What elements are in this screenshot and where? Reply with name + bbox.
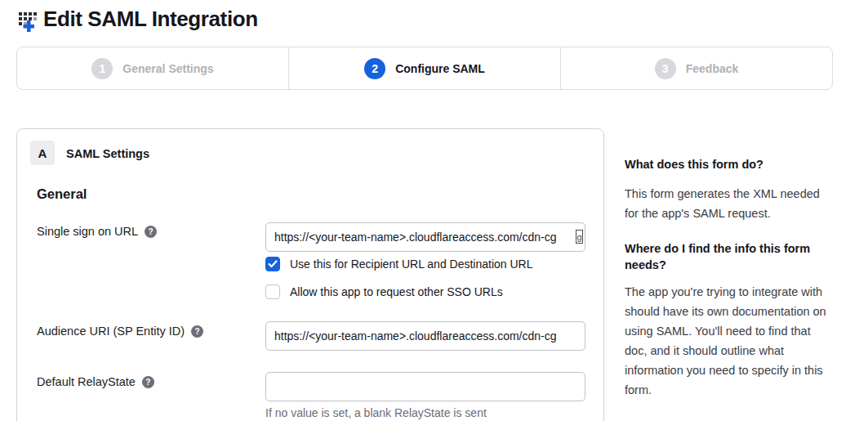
sso-url-field-label: Single sign on URL ? — [37, 225, 157, 238]
section-a-badge: A — [30, 141, 55, 165]
help-icon[interactable]: ? — [142, 376, 154, 388]
relay-state-helper-text: If no value is set, a blank RelayState i… — [265, 406, 487, 419]
step-label: Configure SAML — [395, 62, 485, 75]
other-sso-checkbox-row: Allow this app to request other SSO URLs — [265, 284, 503, 299]
sso-url-input[interactable] — [265, 222, 585, 252]
step-label: General Settings — [122, 62, 213, 75]
step-tab-general-settings[interactable]: 1 General Settings — [17, 47, 288, 89]
help-sidebar: What does this form do? This form genera… — [625, 156, 830, 400]
relay-state-field-label: Default RelayState ? — [37, 375, 154, 388]
sidebar-question-1: What does this form do? — [625, 156, 830, 172]
edit-saml-integration-page: Edit SAML Integration 1 General Settings… — [0, 0, 868, 421]
audience-uri-label-text: Audience URI (SP Entity ID) — [37, 325, 185, 338]
relay-state-input[interactable] — [265, 372, 585, 401]
audience-uri-field-label: Audience URI (SP Entity ID) ? — [37, 325, 203, 338]
recipient-url-checkbox-row: Use this for Recipient URL and Destinati… — [265, 257, 533, 271]
step-tab-configure-saml[interactable]: 2 Configure SAML — [288, 47, 560, 89]
step-label: Feedback — [686, 62, 739, 75]
relay-state-label-text: Default RelayState — [37, 375, 136, 388]
apps-grid-plus-icon — [18, 10, 40, 32]
panel-title: SAML Settings — [66, 147, 149, 160]
step-number-badge: 3 — [655, 58, 676, 79]
recipient-url-checkbox-label: Use this for Recipient URL and Destinati… — [290, 258, 533, 271]
help-icon[interactable]: ? — [145, 226, 157, 238]
sidebar-answer-2: The app you're trying to integrate with … — [625, 282, 830, 400]
page-header: Edit SAML Integration — [18, 7, 258, 32]
step-tab-feedback[interactable]: 3 Feedback — [560, 47, 832, 89]
general-section-heading: General — [37, 186, 87, 202]
help-icon[interactable]: ? — [191, 325, 203, 338]
step-number-badge: 1 — [91, 58, 113, 79]
other-sso-checkbox[interactable] — [265, 284, 280, 299]
text-cursor: g — [576, 230, 583, 244]
step-number-badge: 2 — [364, 58, 385, 79]
other-sso-checkbox-label: Allow this app to request other SSO URLs — [290, 285, 503, 298]
audience-uri-input[interactable] — [265, 321, 585, 351]
checkmark-icon — [268, 260, 278, 268]
sidebar-question-2: Where do I find the info this form needs… — [625, 240, 830, 273]
sso-url-input-wrap: g — [265, 222, 585, 252]
audience-uri-input-wrap — [265, 321, 585, 351]
page-title: Edit SAML Integration — [43, 7, 258, 32]
relay-state-input-wrap — [265, 372, 585, 401]
saml-settings-panel: A SAML Settings General Single sign on U… — [16, 128, 604, 421]
wizard-step-tabs: 1 General Settings 2 Configure SAML 3 Fe… — [16, 47, 833, 90]
recipient-url-checkbox[interactable] — [265, 257, 280, 271]
sso-url-label-text: Single sign on URL — [37, 225, 138, 238]
sidebar-answer-1: This form generates the XML needed for t… — [625, 184, 830, 223]
